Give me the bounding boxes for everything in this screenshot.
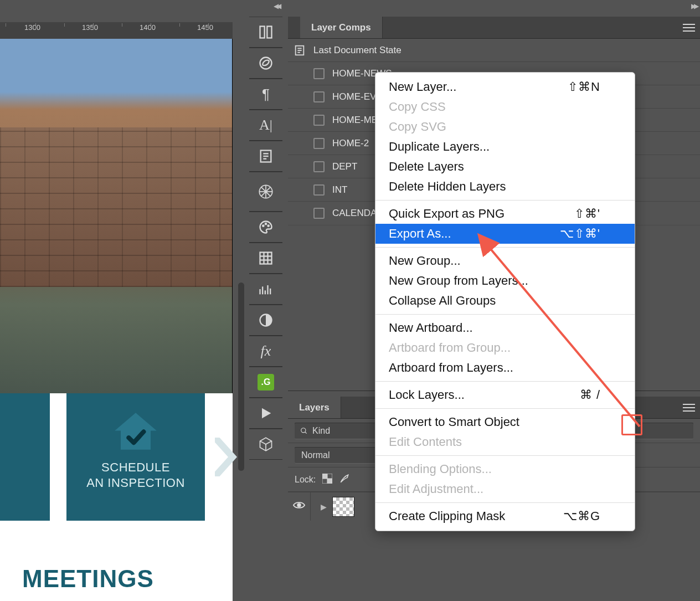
menu-item-label: Delete Hidden Layers [389, 179, 506, 194]
menu-shortcut: ⌥⌘G [563, 509, 600, 523]
visibility-icon[interactable] [288, 501, 310, 512]
menu-item: Blending Options... [375, 459, 635, 479]
tab-layers[interactable]: Layers [288, 397, 341, 418]
menu-item[interactable]: Delete Layers [375, 157, 635, 177]
svg-point-12 [262, 225, 264, 227]
menu-item-label: Edit Adjustment... [389, 482, 483, 496]
paragraph-icon[interactable]: ¶ [249, 79, 282, 110]
menu-item[interactable]: Quick Export as PNG⇧⌘' [375, 204, 635, 224]
menu-item-label: Copy CSS [389, 100, 446, 114]
svg-point-14 [268, 225, 269, 227]
contrast-icon[interactable] [249, 305, 282, 336]
tile-label-line1: SCHEDULE [66, 460, 205, 475]
menu-item[interactable]: Collapse All Groups [375, 291, 635, 311]
svg-rect-1 [267, 27, 271, 38]
menu-item: Copy SVG [375, 117, 635, 137]
apply-checkbox[interactable] [313, 115, 325, 126]
svg-rect-15 [260, 253, 272, 264]
apply-checkbox[interactable] [313, 91, 325, 102]
menu-item[interactable]: Duplicate Layers... [375, 137, 635, 157]
menu-item-label: Copy SVG [389, 120, 446, 134]
layer-comps-panel-header: Layer Comps [288, 17, 700, 39]
collapsed-panel-dock: ¶ A| fx .G [249, 17, 282, 460]
fx-icon[interactable]: fx [249, 336, 282, 367]
menu-item-label: New Group from Layers... [389, 274, 528, 288]
menu-shortcut: ⌘ / [580, 388, 600, 402]
lock-brush-icon[interactable] [339, 473, 350, 486]
cc-icon[interactable] [249, 48, 282, 79]
menu-shortcut: ⌥⇧⌘' [560, 227, 600, 241]
collapse-panels-icon[interactable]: ◀◀ [274, 2, 279, 10]
menu-item-label: Export As... [389, 227, 451, 241]
svg-rect-41 [327, 479, 332, 484]
menu-item[interactable]: New Group... [375, 251, 635, 271]
last-document-state-label: Last Document State [313, 45, 402, 56]
menu-item[interactable]: Convert to Smart Object [375, 412, 635, 432]
tile-schedule-inspection[interactable]: SCHEDULE AN INSPECTION [66, 393, 205, 521]
menu-item[interactable]: New Artboard... [375, 318, 635, 338]
svg-rect-40 [322, 474, 327, 479]
menu-item[interactable]: New Group from Layers... [375, 271, 635, 291]
menu-shortcut: ⇧⌘' [574, 207, 600, 221]
svg-point-42 [297, 504, 301, 507]
menu-item-label: Convert to Smart Object [389, 415, 519, 429]
apply-checkbox[interactable] [313, 208, 325, 219]
expand-icon[interactable]: ▶ [321, 502, 327, 511]
last-document-state[interactable]: Last Document State [288, 39, 700, 62]
document-canvas: 1300 1350 1400 1450 SCHEDULE AN INSPECTI… [0, 0, 233, 601]
menu-item[interactable]: Export As...⌥⇧⌘' [375, 224, 635, 244]
menu-item-label: Collapse All Groups [389, 294, 496, 308]
apply-checkbox[interactable] [313, 184, 325, 196]
tile-partial-left[interactable] [0, 393, 50, 521]
3d-icon[interactable] [249, 429, 282, 460]
lock-label: Lock: [295, 475, 316, 485]
histogram-icon[interactable] [249, 274, 282, 305]
character-icon[interactable]: A| [249, 110, 282, 141]
menu-item: Edit Adjustment... [375, 479, 635, 499]
navigator-icon[interactable] [249, 172, 282, 212]
panel-menu-icon[interactable] [678, 17, 700, 38]
layers-context-menu: New Layer...⇧⌘NCopy CSSCopy SVGDuplicate… [375, 72, 635, 531]
palette-icon[interactable] [249, 212, 282, 243]
document-icon [294, 44, 306, 56]
ruler-mark: 1350 [82, 23, 98, 32]
notes-icon[interactable] [249, 141, 282, 172]
layers-panel-menu-icon[interactable] [678, 397, 700, 418]
menu-item-label: Quick Export as PNG [389, 207, 505, 221]
heading-meetings: MEETINGS [22, 565, 154, 593]
apply-checkbox[interactable] [313, 138, 325, 149]
tile-label-line2: AN INSPECTION [66, 475, 205, 491]
svg-point-2 [260, 58, 272, 69]
plugin-icon[interactable]: .G [249, 367, 282, 398]
tab-layer-comps[interactable]: Layer Comps [300, 17, 383, 38]
menu-item-label: New Group... [389, 254, 461, 268]
menu-item: Artboard from Group... [375, 338, 635, 358]
house-check-icon [111, 409, 161, 452]
blend-mode-dropdown[interactable]: Normal [295, 447, 378, 464]
menu-item[interactable]: Lock Layers...⌘ / [375, 385, 635, 405]
play-icon[interactable] [249, 398, 282, 429]
canvas-white-area[interactable]: SCHEDULE AN INSPECTION MEETINGS [0, 393, 233, 601]
svg-point-13 [265, 223, 266, 224]
apply-checkbox[interactable] [313, 161, 325, 172]
annotation-highlight [621, 414, 642, 435]
menu-item[interactable]: Artboard from Layers... [375, 358, 635, 378]
horizontal-ruler: 1300 1350 1400 1450 [0, 22, 233, 39]
menu-item[interactable]: New Layer...⇧⌘N [375, 77, 635, 97]
menu-item-label: Duplicate Layers... [389, 140, 490, 154]
menu-item[interactable]: Delete Hidden Layers [375, 177, 635, 197]
canvas-scrollbar[interactable] [238, 282, 244, 471]
libraries-icon[interactable] [249, 17, 282, 48]
grid-icon[interactable] [249, 243, 282, 274]
menu-item-label: Delete Layers [389, 160, 464, 174]
apply-checkbox[interactable] [313, 68, 325, 79]
expand-panels-icon[interactable]: ▶▶ [691, 2, 697, 10]
layer-thumbnail[interactable] [332, 497, 354, 517]
menu-item-label: New Artboard... [389, 321, 473, 335]
menu-item[interactable]: Create Clipping Mask⌥⌘G [375, 506, 635, 526]
lock-transparent-icon[interactable] [322, 474, 332, 486]
menu-item-label: Blending Options... [389, 462, 492, 476]
menu-item-label: Lock Layers... [389, 388, 465, 402]
menu-item-label: Edit Contents [389, 435, 462, 449]
canvas-image[interactable] [0, 39, 233, 393]
